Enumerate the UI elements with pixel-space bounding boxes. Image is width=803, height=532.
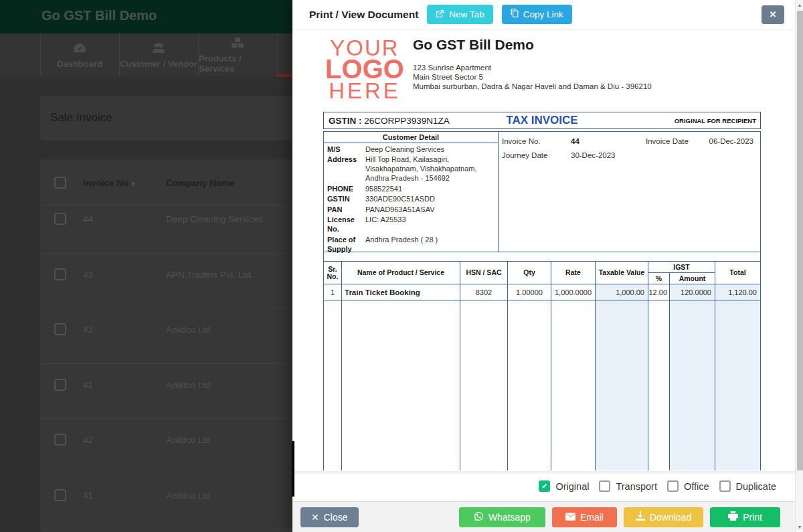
- copy-option-label: Duplicate: [736, 481, 776, 492]
- seller-name: Go GST Bill Demo: [413, 37, 774, 53]
- modal-close-button[interactable]: ✕: [762, 5, 784, 24]
- col-header-igst-amount: Amount: [669, 273, 715, 284]
- item-igst-pct: 12.00: [648, 284, 669, 300]
- new-tab-button[interactable]: New Tab: [427, 5, 493, 24]
- whatsapp-icon: [474, 511, 484, 523]
- copy-type-label: ORIGINAL FOR RECIPIENT: [675, 117, 760, 124]
- nav-tab-label: Products / Services: [199, 54, 276, 74]
- seller-address-line: Main Street Sector 5: [413, 72, 774, 82]
- invoice-meta-section: Invoice No. 44 Invoice Date 06-Dec-2023 …: [499, 132, 760, 252]
- row-checkbox[interactable]: [54, 489, 66, 501]
- item-igst-amount: 120.0000: [669, 284, 715, 300]
- invoice-frame-gap: [323, 252, 761, 261]
- copy-option-label: Transport: [616, 481, 657, 492]
- row-invoice-no: 44: [83, 214, 93, 224]
- column-header-invoice-no[interactable]: Invoice No▾: [83, 178, 135, 188]
- empty-cell: [507, 300, 551, 470]
- modal-scrollbar[interactable]: ▲ ▼: [795, 0, 803, 532]
- item-taxable: 1,000.00: [595, 284, 648, 300]
- customer-field: AddressHill Top Road, Kailasagiri, Visak…: [324, 154, 498, 183]
- col-header-igst: IGST: [648, 262, 715, 273]
- row-checkbox[interactable]: [54, 434, 66, 446]
- row-company: Aniidco Ltd: [166, 325, 211, 335]
- row-company: APN Traders Pvt. Ltd.: [166, 270, 254, 280]
- modal-footer: ✕ Close Whatsapp Email Download: [292, 501, 795, 532]
- copy-option-transport[interactable]: ✔ Transport: [599, 480, 657, 492]
- row-checkbox[interactable]: [54, 323, 66, 335]
- copy-option-duplicate[interactable]: ✔ Duplicate: [719, 480, 776, 492]
- customer-field: Place of SupplyAndhra Pradesh ( 28 ): [324, 234, 498, 254]
- copy-link-button[interactable]: Copy Link: [502, 5, 572, 24]
- col-header-sr: Sr. No.: [324, 262, 341, 284]
- col-header-igst-pct: %: [648, 273, 669, 284]
- nav-tab-products-services[interactable]: Products / Services: [199, 33, 276, 77]
- invoice-items-table: Sr. No. Name of Product / Service HSN / …: [323, 261, 761, 470]
- check-icon: ✔: [541, 482, 547, 490]
- scroll-up-arrow[interactable]: ▲: [796, 3, 803, 7]
- copy-option-label: Original: [555, 481, 589, 492]
- journey-date-label: Journey Date: [502, 151, 571, 159]
- item-hsn: 8302: [460, 284, 507, 300]
- row-invoice-no: 41: [83, 491, 93, 501]
- invoice-date-label: Invoice Date: [646, 137, 707, 145]
- copy-type-bar: ✔ Original ✔ Transport ✔ Office ✔ Duplic…: [292, 471, 795, 501]
- whatsapp-button[interactable]: Whatsapp: [459, 507, 545, 527]
- transport-checkbox[interactable]: ✔: [599, 480, 610, 492]
- copy-link-icon: [511, 9, 519, 20]
- row-invoice-no: 42: [83, 435, 93, 445]
- col-header-name: Name of Product / Service: [341, 262, 460, 284]
- empty-cell: [648, 300, 669, 470]
- seller-address-line: 123 Sunrise Apartment: [413, 63, 774, 72]
- empty-cell: [595, 300, 648, 470]
- invoice-title-bar: GSTIN : 26CORPP3939N1ZA TAX INVOICE ORIG…: [323, 112, 761, 129]
- modal-header: Print / View Document New Tab Copy Link …: [292, 0, 795, 29]
- action-buttons: Whatsapp Email Download Print: [459, 507, 780, 527]
- office-checkbox[interactable]: ✔: [667, 480, 679, 492]
- original-checkbox[interactable]: ✔: [539, 480, 550, 492]
- sort-caret-icon: ▾: [131, 179, 135, 187]
- email-icon: [565, 512, 575, 523]
- print-icon: [728, 511, 738, 523]
- row-checkbox[interactable]: [54, 213, 66, 225]
- email-button[interactable]: Email: [552, 507, 617, 527]
- empty-cell: [669, 300, 715, 470]
- download-button[interactable]: Download: [624, 507, 703, 527]
- copy-option-original[interactable]: ✔ Original: [539, 480, 589, 492]
- scrollbar-thumb[interactable]: [797, 11, 803, 470]
- empty-cell: [715, 300, 760, 470]
- invoice-no-value: 44: [571, 137, 646, 145]
- col-header-rate: Rate: [551, 262, 595, 284]
- close-button[interactable]: ✕ Close: [300, 507, 359, 527]
- page-title: Sale Invoice: [50, 111, 112, 124]
- print-button[interactable]: Print: [710, 507, 780, 527]
- print-view-modal: Print / View Document New Tab Copy Link …: [292, 0, 803, 532]
- row-company: Aniidco Ltd: [166, 435, 211, 445]
- dashboard-icon: [72, 42, 87, 56]
- col-header-qty: Qty: [507, 262, 551, 284]
- close-icon: ✕: [311, 512, 319, 523]
- select-all-checkbox[interactable]: [54, 177, 66, 189]
- copy-option-office[interactable]: ✔ Office: [667, 480, 709, 492]
- row-company: Deep Cleaning Services: [166, 214, 263, 224]
- duplicate-checkbox[interactable]: ✔: [719, 480, 731, 492]
- item-total: 1,120.00: [715, 284, 760, 300]
- customer-field: GSTIN330ADE90C51ASDD: [324, 193, 498, 204]
- item-sr: 1: [324, 284, 341, 300]
- col-header-hsn: HSN / SAC: [460, 262, 507, 284]
- scroll-down-arrow[interactable]: ▼: [796, 525, 803, 529]
- close-icon: ✕: [770, 9, 777, 19]
- customer-detail-section: Customer Detail M/SDeep Cleaning Service…: [324, 132, 499, 252]
- row-checkbox[interactable]: [54, 268, 66, 280]
- copy-option-label: Office: [684, 481, 709, 492]
- empty-cell: [460, 300, 507, 470]
- app-title: Go GST Bill Demo: [41, 8, 157, 23]
- nav-tab-label: Customer / Vendor: [120, 59, 197, 69]
- logo-line: HERE: [323, 80, 406, 101]
- customer-detail-title: Customer Detail: [324, 132, 498, 143]
- empty-cell: [324, 300, 341, 470]
- customer-field: PANPANAD963A51ASAV: [324, 203, 498, 214]
- nav-tab-customer-vendor[interactable]: Customer / Vendor: [120, 33, 197, 77]
- col-header-total: Total: [715, 262, 760, 284]
- row-checkbox[interactable]: [54, 379, 66, 391]
- nav-tab-dashboard[interactable]: Dashboard: [41, 33, 118, 77]
